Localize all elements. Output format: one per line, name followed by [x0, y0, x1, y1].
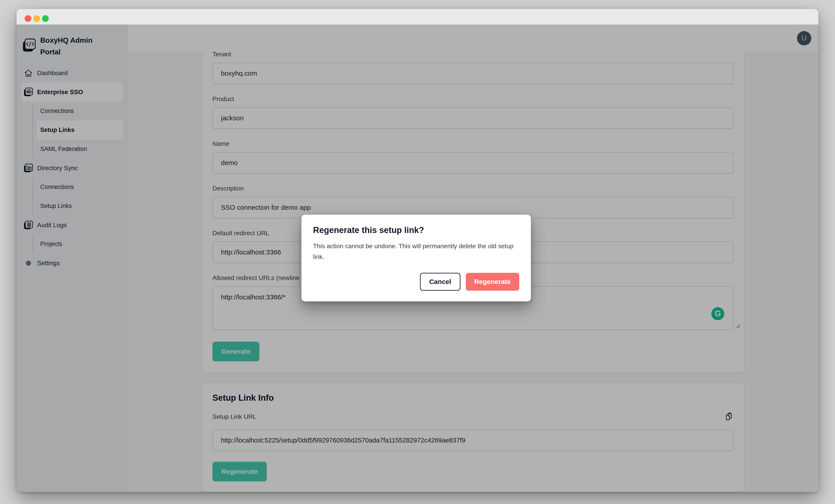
minimize-window-button[interactable]: [33, 15, 40, 22]
dialog-actions: Cancel Regenerate: [313, 273, 519, 291]
dialog-title: Regenerate this setup link?: [313, 225, 519, 235]
close-window-button[interactable]: [25, 15, 31, 22]
regenerate-confirm-dialog: Regenerate this setup link? This action …: [302, 215, 531, 301]
cancel-button[interactable]: Cancel: [420, 273, 460, 291]
app-window: BoxyHQ Admin Portal Dashboard: [17, 9, 818, 492]
dialog-body: This action cannot be undone. This will …: [313, 241, 519, 262]
zoom-window-button[interactable]: [42, 15, 49, 22]
confirm-regenerate-button[interactable]: Regenerate: [466, 273, 519, 291]
macos-titlebar: [17, 9, 818, 25]
